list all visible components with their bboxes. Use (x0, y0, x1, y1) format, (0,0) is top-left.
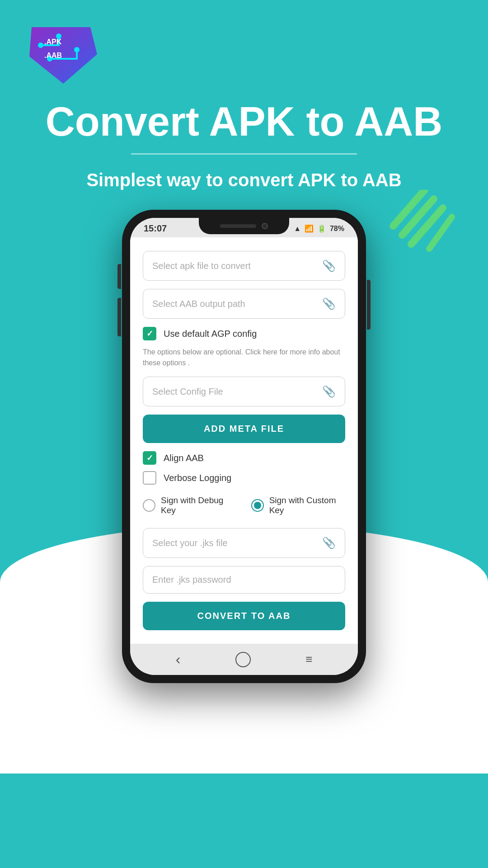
radio-custom-button[interactable] (251, 499, 264, 512)
align-aab-row[interactable]: ✓ Align AAB (143, 451, 345, 465)
battery-percent: 78% (330, 225, 344, 233)
radio-debug-option[interactable]: Sign with Debug Key (143, 495, 233, 515)
checkmark-icon: ✓ (146, 329, 153, 339)
menu-nav-icon[interactable]: ≡ (305, 652, 312, 666)
svg-marker-0 (29, 27, 97, 84)
bottom-navigation: ‹ ≡ (130, 644, 358, 675)
config-file-field[interactable]: Select Config File 📎 (143, 377, 345, 406)
use-default-agp-label: Use default AGP config (164, 329, 257, 339)
jks-password-placeholder: Enter .jks password (152, 575, 336, 585)
speaker (220, 224, 256, 228)
radio-selected-indicator (254, 502, 261, 509)
page-subtitle: Simplest way to convert APK to AAB (27, 168, 461, 192)
apk-file-field[interactable]: Select apk file to convert 📎 (143, 251, 345, 281)
radio-custom-option[interactable]: Sign with Custom Key (251, 495, 345, 515)
jks-password-field[interactable]: Enter .jks password (143, 566, 345, 594)
aab-output-placeholder: Select AAB output path (152, 299, 322, 309)
svg-text:.APK: .APK (44, 38, 62, 46)
radio-debug-label: Sign with Debug Key (161, 495, 233, 515)
signing-radio-group: Sign with Debug Key Sign with Custom Key (143, 491, 345, 520)
align-aab-checkbox[interactable]: ✓ (143, 451, 156, 465)
use-default-agp-row[interactable]: ✓ Use default AGP config (143, 327, 345, 340)
radio-custom-label: Sign with Custom Key (269, 495, 345, 515)
add-meta-file-button[interactable]: ADD META FILE (143, 415, 345, 443)
svg-point-8 (74, 47, 80, 52)
status-time: 15:07 (144, 223, 167, 234)
power-button (367, 280, 371, 330)
verbose-logging-row[interactable]: Verbose Logging (143, 471, 345, 485)
back-nav-icon[interactable]: ‹ (176, 651, 181, 668)
home-nav-icon[interactable] (235, 652, 251, 667)
checkmark-icon-2: ✓ (146, 453, 153, 463)
apk-file-placeholder: Select apk file to convert (152, 261, 322, 271)
top-section: .APK .AAB Convert APK to AAB Simplest wa… (0, 0, 488, 192)
status-icons: ▲ 📶 🔋 78% (294, 224, 344, 233)
volume-down-button (117, 298, 121, 336)
verbose-logging-checkbox[interactable] (143, 471, 156, 485)
status-bar: 15:07 ▲ 📶 🔋 78% (130, 218, 358, 237)
optional-info-text[interactable]: The options below are optional. Click he… (143, 347, 345, 368)
radio-debug-button[interactable] (143, 499, 155, 512)
volume-up-button (117, 264, 121, 289)
convert-to-aab-button[interactable]: CONVERT TO AAB (143, 602, 345, 630)
attach-icon-2: 📎 (322, 297, 336, 310)
jks-file-placeholder: Select your .jks file (152, 538, 322, 548)
page-title: Convert APK to AAB (27, 99, 461, 144)
phone-shell: 15:07 ▲ 📶 🔋 78% (122, 210, 366, 683)
notch (199, 218, 289, 234)
phone-mockup: 15:07 ▲ 📶 🔋 78% (0, 210, 488, 683)
title-divider (131, 153, 357, 155)
verbose-logging-label: Verbose Logging (164, 473, 231, 483)
attach-icon-3: 📎 (322, 385, 336, 398)
align-aab-label: Align AAB (164, 453, 204, 463)
svg-point-5 (38, 42, 43, 48)
jks-file-field[interactable]: Select your .jks file 📎 (143, 528, 345, 558)
app-logo: .APK .AAB (27, 23, 99, 86)
phone-screen: 15:07 ▲ 📶 🔋 78% (130, 218, 358, 675)
aab-output-field[interactable]: Select AAB output path 📎 (143, 289, 345, 319)
attach-icon-4: 📎 (322, 537, 336, 549)
front-camera (262, 223, 268, 229)
app-content: Select apk file to convert 📎 Select AAB … (130, 237, 358, 644)
config-file-placeholder: Select Config File (152, 387, 322, 397)
wifi-icon: ▲ (294, 225, 301, 233)
svg-text:.AAB: .AAB (44, 52, 62, 59)
attach-icon: 📎 (322, 259, 336, 272)
battery-icon: 🔋 (317, 224, 326, 233)
signal-icon: 📶 (305, 224, 314, 233)
use-default-agp-checkbox[interactable]: ✓ (143, 327, 156, 340)
